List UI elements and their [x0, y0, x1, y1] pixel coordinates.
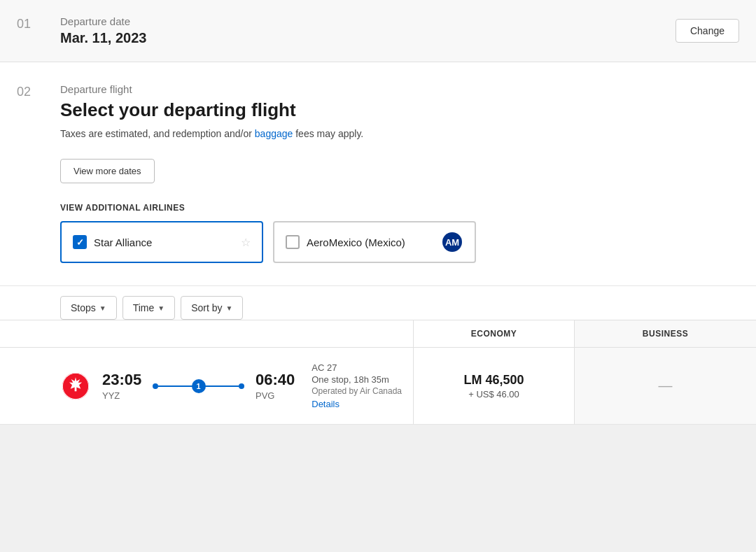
step-01-left: 01 Departure date Mar. 11, 2023 [17, 15, 146, 46]
time-chevron-icon: ▼ [158, 304, 164, 312]
step-02-section: 02 Departure flight [0, 62, 756, 99]
air-canada-logo [60, 371, 91, 402]
checkmark-icon: ✓ [76, 238, 84, 247]
economy-fee: + US$ 46.00 [468, 389, 519, 399]
main-content: Select your departing flight Taxes are e… [0, 99, 756, 320]
economy-price: LM 46,500 [463, 373, 524, 388]
change-button[interactable]: Change [676, 19, 739, 43]
sort-filter[interactable]: Sort by ▼ [181, 296, 243, 320]
tax-notice: Taxes are estimated, and redemption and/… [60, 128, 739, 139]
airline-checkboxes: ✓ Star Alliance ☆ AeroMexico (Mexico) AM [60, 221, 739, 263]
flight-number: AC 27 [312, 362, 402, 373]
col-business: BUSINESS [574, 320, 756, 347]
star-alliance-checkbox[interactable]: ✓ [73, 235, 87, 249]
aeromexico-logo: AM [441, 231, 463, 253]
arrive-times: 06:40 PVG [255, 371, 295, 401]
route-line: 1 [153, 383, 244, 389]
flight-details: AC 27 One stop, 18h 35m Operated by Air … [312, 362, 402, 409]
economy-price-cell[interactable]: LM 46,500 + US$ 46.00 [413, 348, 574, 424]
view-additional-label: VIEW ADDITIONAL AIRLINES [60, 203, 739, 213]
stops-label: Stops [71, 302, 96, 313]
step-01-content: Departure date Mar. 11, 2023 [60, 15, 146, 46]
depart-airport: YYZ [102, 390, 141, 401]
baggage-link[interactable]: baggage [255, 128, 293, 139]
tax-notice-suffix: fees may apply. [293, 128, 363, 139]
table-row: 23:05 YYZ 1 06:40 PVG [0, 348, 756, 425]
aeromexico-label: AeroMexico (Mexico) [307, 236, 434, 248]
sort-chevron-icon: ▼ [226, 304, 233, 312]
flight-operated: Operated by Air Canada [312, 386, 402, 396]
aeromexico-card[interactable]: AeroMexico (Mexico) AM [273, 221, 476, 263]
results-header: ECONOMY BUSINESS [0, 320, 756, 348]
business-price: — [659, 378, 673, 394]
star-icon[interactable]: ☆ [241, 236, 251, 249]
step-01-section: 01 Departure date Mar. 11, 2023 Change [0, 0, 756, 62]
step-02-label: Departure flight [60, 83, 132, 95]
arrive-airport: PVG [255, 390, 295, 401]
time-label: Time [133, 302, 155, 313]
filters-bar: Stops ▼ Time ▼ Sort by ▼ [0, 285, 756, 320]
col-flight [0, 320, 413, 347]
step-02-number: 02 [17, 83, 39, 99]
results-table: ECONOMY BUSINESS [0, 320, 756, 425]
star-alliance-label: Star Alliance [94, 236, 234, 248]
route-line-container: 1 [153, 383, 244, 389]
route-stop-badge: 1 [192, 379, 206, 393]
col-economy: ECONOMY [413, 320, 574, 347]
view-more-dates-button[interactable]: View more dates [60, 159, 155, 183]
depart-time: 23:05 [102, 371, 141, 389]
star-alliance-card[interactable]: ✓ Star Alliance ☆ [60, 221, 263, 263]
stops-chevron-icon: ▼ [99, 304, 106, 312]
step-01-number: 01 [17, 15, 39, 31]
aeromexico-checkbox[interactable] [286, 235, 300, 249]
step-01-label: Departure date [60, 15, 146, 27]
flight-stops: One stop, 18h 35m [312, 374, 402, 385]
route-end-dot [239, 383, 244, 389]
departure-date: Mar. 11, 2023 [60, 30, 146, 46]
stops-filter[interactable]: Stops ▼ [60, 296, 117, 320]
depart-times: 23:05 YYZ [102, 371, 141, 401]
page-wrapper: 01 Departure date Mar. 11, 2023 Change 0… [0, 0, 756, 425]
arrive-time: 06:40 [255, 371, 295, 389]
tax-notice-prefix: Taxes are estimated, and redemption and/… [60, 128, 255, 139]
business-price-cell[interactable]: — [574, 348, 756, 424]
flight-info: 23:05 YYZ 1 06:40 PVG [0, 348, 413, 424]
sort-label: Sort by [191, 302, 222, 313]
time-filter[interactable]: Time ▼ [122, 296, 176, 320]
page-title: Select your departing flight [60, 99, 739, 121]
svg-text:AM: AM [445, 237, 459, 248]
details-link[interactable]: Details [312, 399, 402, 409]
svg-rect-5 [75, 386, 77, 390]
route-line-bar: 1 [158, 385, 239, 387]
route-start-dot [153, 383, 158, 389]
